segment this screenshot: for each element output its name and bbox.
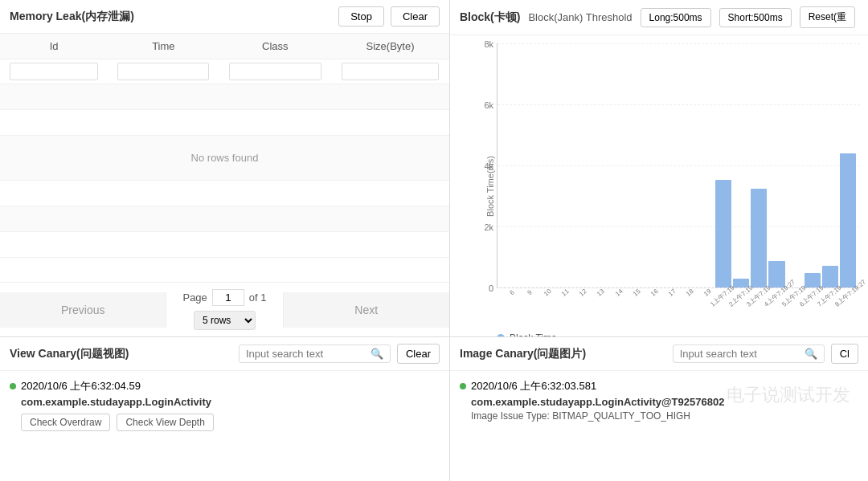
bar-wrapper: 14 <box>608 43 624 287</box>
main-container: Memory Leak(内存泄漏) Stop Clear Id Time Cla… <box>0 0 868 481</box>
entry-class: com.example.studayapp.LoginActivity <box>21 396 440 408</box>
threshold-label: Block(Jank) Threshold <box>528 11 632 23</box>
y-label-2k: 2k <box>484 222 493 232</box>
filter-time[interactable] <box>117 63 209 80</box>
image-entry-issue-type: Image Issue Type: BITMAP_QUALITY_TOO_HIG… <box>471 410 858 422</box>
clear-button[interactable]: Clear <box>391 6 440 26</box>
chart-bar <box>768 261 784 287</box>
image-entry-class: com.example.studayapp.LoginActivity@T925… <box>471 396 858 408</box>
image-canary-search-input[interactable] <box>680 348 800 360</box>
filter-class[interactable] <box>229 63 321 80</box>
filter-row <box>0 59 449 84</box>
image-canary-title: Image Canary(问题图片) <box>460 347 586 361</box>
bar-wrapper: 6 <box>502 43 518 287</box>
legend-dot <box>497 334 505 336</box>
table-header-row: Id Time Class Size(Byte) <box>0 34 449 59</box>
bar-wrapper: 19 <box>698 43 714 287</box>
image-canary-content: 2020/10/6 上午6:32:03.581 com.example.stud… <box>450 371 868 481</box>
view-canary-title: View Canary(问题视图) <box>10 347 129 361</box>
bar-x-label: 16 <box>649 287 660 298</box>
chart-bar <box>715 180 731 287</box>
search-icon: 🔍 <box>371 348 383 360</box>
check-view-depth-button[interactable]: Check View Depth <box>117 414 214 431</box>
page-label: Page <box>182 291 207 304</box>
image-canary-controls: 🔍 Cl <box>673 344 858 364</box>
bar-wrapper: 12 <box>573 43 589 287</box>
long-threshold-button[interactable]: Long:500ms <box>641 8 711 27</box>
page-number-row: Page of 1 <box>182 289 266 306</box>
page-input[interactable] <box>212 289 244 306</box>
short-threshold-button[interactable]: Short:500ms <box>719 8 792 27</box>
view-canary-panel: View Canary(问题视图) 🔍 Clear 2020/10/6 上午6:… <box>0 337 450 481</box>
chart-bar <box>840 153 856 287</box>
bar-wrapper: 16 <box>644 43 660 287</box>
check-overdraw-button[interactable]: Check Overdraw <box>21 414 110 431</box>
bar-wrapper: 1上午7:19:27 <box>715 43 731 287</box>
pagination: Previous Page of 1 5 rows 10 rows 20 row… <box>0 282 449 336</box>
view-canary-content: 2020/10/6 上午6:32:04.59 com.example.studa… <box>0 371 449 481</box>
y-label-8k: 8k <box>484 39 493 49</box>
block-title: Block(卡顿) <box>460 10 520 25</box>
entry-action-buttons: Check Overdraw Check View Depth <box>21 414 440 431</box>
memory-leak-header: Memory Leak(内存泄漏) Stop Clear <box>0 0 449 34</box>
reset-button[interactable]: Reset(重 <box>800 6 855 28</box>
memory-leak-table-container: Id Time Class Size(Byte) <box>0 34 449 282</box>
bar-wrapper: 8上午7:19:27 <box>840 43 856 287</box>
previous-button[interactable]: Previous <box>0 292 166 328</box>
bar-wrapper: 7上午7:19:27 <box>822 43 838 287</box>
bar-wrapper: 9 <box>519 43 535 287</box>
image-entry-timestamp: 2020/10/6 上午6:32:03.581 <box>471 379 596 393</box>
view-canary-search-box[interactable]: 🔍 <box>239 344 391 363</box>
bar-x-label: 11 <box>560 287 571 298</box>
y-label-4k: 4k <box>484 161 493 171</box>
view-canary-controls: 🔍 Clear <box>239 344 440 364</box>
image-canary-search-box[interactable]: 🔍 <box>673 344 825 363</box>
bar-wrapper: 2上午7:19:27 <box>733 43 749 287</box>
block-header: Block(卡顿) Block(Jank) Threshold Long:500… <box>450 0 868 35</box>
image-canary-clear-button[interactable]: Cl <box>831 344 858 364</box>
filter-id[interactable] <box>10 63 98 80</box>
bar-wrapper: 13 <box>591 43 607 287</box>
filter-size[interactable] <box>342 63 439 80</box>
bar-x-label: 9 <box>526 289 534 297</box>
page-info: Page of 1 5 rows 10 rows 20 rows <box>166 289 282 330</box>
page-of-label: of 1 <box>249 291 267 304</box>
green-dot-icon <box>10 383 16 389</box>
view-canary-clear-button[interactable]: Clear <box>397 344 440 364</box>
y-label-6k: 6k <box>484 100 493 110</box>
table-row <box>0 110 449 136</box>
bar-wrapper: 5上午7:19:27 <box>787 43 803 287</box>
bar-wrapper: 10 <box>537 43 553 287</box>
block-panel: Block(卡顿) Block(Jank) Threshold Long:500… <box>450 0 868 336</box>
rows-per-page-select[interactable]: 5 rows 10 rows 20 rows <box>194 311 256 330</box>
table-row <box>0 232 449 258</box>
bar-wrapper: 17 <box>661 43 678 287</box>
view-canary-header: View Canary(问题视图) 🔍 Clear <box>0 337 449 371</box>
bottom-row: View Canary(问题视图) 🔍 Clear 2020/10/6 上午6:… <box>0 336 868 481</box>
stop-button[interactable]: Stop <box>338 6 384 26</box>
view-canary-search-input[interactable] <box>246 348 366 360</box>
bar-x-label: 17 <box>667 287 678 298</box>
memory-leak-buttons: Stop Clear <box>338 6 440 26</box>
image-canary-header: Image Canary(问题图片) 🔍 Cl <box>450 337 868 371</box>
col-class: Class <box>219 34 332 59</box>
entry-timestamp: 2020/10/6 上午6:32:04.59 <box>21 379 141 393</box>
bar-x-label: 6 <box>508 289 515 297</box>
next-button[interactable]: Next <box>283 292 449 328</box>
bar-wrapper: 6上午7:19:27 <box>805 43 821 287</box>
col-id: Id <box>0 34 108 59</box>
image-canary-entry: 2020/10/6 上午6:32:03.581 com.example.stud… <box>460 379 858 422</box>
bar-wrapper: 18 <box>680 43 696 287</box>
top-row: Memory Leak(内存泄漏) Stop Clear Id Time Cla… <box>0 0 868 336</box>
col-size: Size(Byte) <box>331 34 449 59</box>
image-canary-panel: Image Canary(问题图片) 🔍 Cl 2020/10/6 上午6:32… <box>450 337 868 481</box>
bar-wrapper: 4上午7:19:27 <box>768 43 784 287</box>
bar-wrapper: 11 <box>555 43 571 287</box>
memory-leak-table: Id Time Class Size(Byte) <box>0 34 449 258</box>
legend-label: Block Time <box>510 332 557 336</box>
bar-wrapper: 3上午7:19:27 <box>751 43 767 287</box>
entry-time: 2020/10/6 上午6:32:04.59 <box>10 379 440 393</box>
image-search-icon: 🔍 <box>805 348 817 360</box>
chart-inner: 8k 6k 4k 2k 0 <box>497 43 860 288</box>
image-green-dot-icon <box>460 383 466 389</box>
